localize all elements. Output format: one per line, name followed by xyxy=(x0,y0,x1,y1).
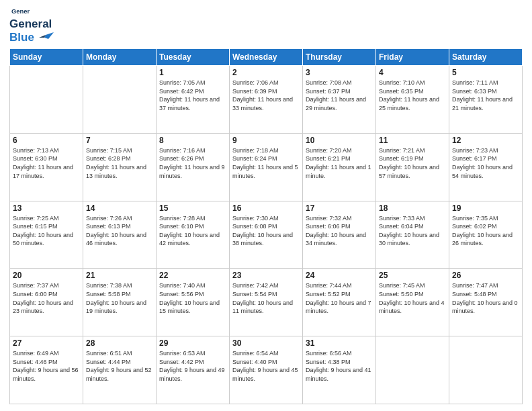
table-row: 26Sunrise: 7:47 AM Sunset: 5:48 PM Dayli… xyxy=(449,269,523,336)
calendar-week-row: 6Sunrise: 7:13 AM Sunset: 6:30 PM Daylig… xyxy=(10,133,523,201)
table-row: 28Sunrise: 6:51 AM Sunset: 4:44 PM Dayli… xyxy=(83,336,157,404)
day-info: Sunrise: 7:10 AM Sunset: 6:35 PM Dayligh… xyxy=(379,79,446,112)
table-row: 25Sunrise: 7:45 AM Sunset: 5:50 PM Dayli… xyxy=(376,269,449,336)
day-number: 12 xyxy=(452,136,519,145)
day-info: Sunrise: 7:38 AM Sunset: 5:58 PM Dayligh… xyxy=(86,281,153,315)
table-row: 13Sunrise: 7:25 AM Sunset: 6:15 PM Dayli… xyxy=(10,201,83,269)
day-number: 2 xyxy=(232,68,300,77)
table-row: 6Sunrise: 7:13 AM Sunset: 6:30 PM Daylig… xyxy=(10,133,83,201)
day-number: 7 xyxy=(86,136,153,145)
day-number: 14 xyxy=(86,203,153,213)
table-row: 4Sunrise: 7:10 AM Sunset: 6:35 PM Daylig… xyxy=(376,66,449,134)
day-info: Sunrise: 6:56 AM Sunset: 4:38 PM Dayligh… xyxy=(306,349,373,383)
day-number: 17 xyxy=(306,203,373,213)
col-friday: Friday xyxy=(376,49,449,66)
day-info: Sunrise: 7:40 AM Sunset: 5:56 PM Dayligh… xyxy=(159,281,226,315)
table-row: 8Sunrise: 7:16 AM Sunset: 6:26 PM Daylig… xyxy=(157,133,230,201)
table-row: 1Sunrise: 7:05 AM Sunset: 6:42 PM Daylig… xyxy=(157,66,230,134)
table-row: 15Sunrise: 7:28 AM Sunset: 6:10 PM Dayli… xyxy=(157,201,230,269)
svg-text:General: General xyxy=(11,7,30,15)
table-row: 21Sunrise: 7:38 AM Sunset: 5:58 PM Dayli… xyxy=(83,269,157,336)
day-number: 29 xyxy=(159,338,226,348)
day-info: Sunrise: 7:05 AM Sunset: 6:42 PM Dayligh… xyxy=(159,79,226,112)
logo-general: General xyxy=(9,17,52,30)
day-number: 10 xyxy=(306,136,373,145)
logo-blue: Blue xyxy=(9,31,34,44)
table-row: 24Sunrise: 7:44 AM Sunset: 5:52 PM Dayli… xyxy=(303,269,376,336)
day-info: Sunrise: 7:33 AM Sunset: 6:04 PM Dayligh… xyxy=(379,214,446,248)
day-number: 30 xyxy=(232,338,300,348)
calendar-table: Sunday Monday Tuesday Wednesday Thursday… xyxy=(9,48,523,404)
calendar-week-row: 20Sunrise: 7:37 AM Sunset: 6:00 PM Dayli… xyxy=(10,269,523,336)
day-number: 15 xyxy=(159,203,226,213)
calendar-week-row: 27Sunrise: 6:49 AM Sunset: 4:46 PM Dayli… xyxy=(10,336,523,404)
day-info: Sunrise: 7:16 AM Sunset: 6:26 PM Dayligh… xyxy=(159,146,226,180)
day-number: 26 xyxy=(452,271,519,280)
day-info: Sunrise: 6:51 AM Sunset: 4:44 PM Dayligh… xyxy=(86,349,153,383)
calendar-week-row: 1Sunrise: 7:05 AM Sunset: 6:42 PM Daylig… xyxy=(10,66,523,134)
day-number: 31 xyxy=(306,338,373,348)
day-info: Sunrise: 7:47 AM Sunset: 5:48 PM Dayligh… xyxy=(452,281,519,315)
day-number: 4 xyxy=(379,68,446,77)
day-info: Sunrise: 7:37 AM Sunset: 6:00 PM Dayligh… xyxy=(13,281,80,315)
table-row xyxy=(449,336,523,404)
day-number: 20 xyxy=(13,271,80,280)
day-number: 16 xyxy=(232,203,300,213)
day-number: 27 xyxy=(13,338,80,348)
day-number: 13 xyxy=(13,203,80,213)
day-info: Sunrise: 7:20 AM Sunset: 6:21 PM Dayligh… xyxy=(306,146,373,180)
day-info: Sunrise: 7:11 AM Sunset: 6:33 PM Dayligh… xyxy=(452,79,519,112)
day-info: Sunrise: 7:42 AM Sunset: 5:54 PM Dayligh… xyxy=(232,281,300,315)
table-row: 7Sunrise: 7:15 AM Sunset: 6:28 PM Daylig… xyxy=(83,133,157,201)
col-sunday: Sunday xyxy=(10,49,83,66)
table-row: 5Sunrise: 7:11 AM Sunset: 6:33 PM Daylig… xyxy=(449,66,523,134)
day-info: Sunrise: 7:08 AM Sunset: 6:37 PM Dayligh… xyxy=(306,79,373,112)
day-number: 28 xyxy=(86,338,153,348)
day-info: Sunrise: 7:23 AM Sunset: 6:17 PM Dayligh… xyxy=(452,146,519,180)
day-info: Sunrise: 7:13 AM Sunset: 6:30 PM Dayligh… xyxy=(13,146,80,180)
svg-marker-1 xyxy=(44,32,54,39)
day-info: Sunrise: 7:15 AM Sunset: 6:28 PM Dayligh… xyxy=(86,146,153,180)
table-row xyxy=(83,66,157,134)
day-number: 6 xyxy=(13,136,80,145)
day-info: Sunrise: 6:49 AM Sunset: 4:46 PM Dayligh… xyxy=(13,349,80,383)
day-info: Sunrise: 6:53 AM Sunset: 4:42 PM Dayligh… xyxy=(159,349,226,383)
col-monday: Monday xyxy=(83,49,157,66)
day-number: 22 xyxy=(159,271,226,280)
table-row: 22Sunrise: 7:40 AM Sunset: 5:56 PM Dayli… xyxy=(157,269,230,336)
day-info: Sunrise: 7:06 AM Sunset: 6:39 PM Dayligh… xyxy=(232,79,300,112)
day-info: Sunrise: 7:21 AM Sunset: 6:19 PM Dayligh… xyxy=(379,146,446,180)
day-info: Sunrise: 7:18 AM Sunset: 6:24 PM Dayligh… xyxy=(232,146,300,180)
header: General General Blue xyxy=(9,7,523,44)
day-number: 24 xyxy=(306,271,373,280)
table-row: 12Sunrise: 7:23 AM Sunset: 6:17 PM Dayli… xyxy=(449,133,523,201)
table-row: 18Sunrise: 7:33 AM Sunset: 6:04 PM Dayli… xyxy=(376,201,449,269)
day-info: Sunrise: 6:54 AM Sunset: 4:40 PM Dayligh… xyxy=(232,349,300,383)
table-row: 9Sunrise: 7:18 AM Sunset: 6:24 PM Daylig… xyxy=(230,133,303,201)
day-info: Sunrise: 7:45 AM Sunset: 5:50 PM Dayligh… xyxy=(379,281,446,315)
table-row: 10Sunrise: 7:20 AM Sunset: 6:21 PM Dayli… xyxy=(303,133,376,201)
col-thursday: Thursday xyxy=(303,49,376,66)
day-number: 18 xyxy=(379,203,446,213)
col-saturday: Saturday xyxy=(449,49,523,66)
table-row: 17Sunrise: 7:32 AM Sunset: 6:06 PM Dayli… xyxy=(303,201,376,269)
table-row: 2Sunrise: 7:06 AM Sunset: 6:39 PM Daylig… xyxy=(230,66,303,134)
col-tuesday: Tuesday xyxy=(157,49,230,66)
day-number: 11 xyxy=(379,136,446,145)
table-row: 11Sunrise: 7:21 AM Sunset: 6:19 PM Dayli… xyxy=(376,133,449,201)
calendar-header-row: Sunday Monday Tuesday Wednesday Thursday… xyxy=(10,49,523,66)
day-info: Sunrise: 7:28 AM Sunset: 6:10 PM Dayligh… xyxy=(159,214,226,248)
day-number: 25 xyxy=(379,271,446,280)
table-row: 19Sunrise: 7:35 AM Sunset: 6:02 PM Dayli… xyxy=(449,201,523,269)
day-number: 19 xyxy=(452,203,519,213)
table-row: 27Sunrise: 6:49 AM Sunset: 4:46 PM Dayli… xyxy=(10,336,83,404)
day-number: 8 xyxy=(159,136,226,145)
logo: General General Blue xyxy=(9,7,54,44)
day-info: Sunrise: 7:25 AM Sunset: 6:15 PM Dayligh… xyxy=(13,214,80,248)
day-number: 23 xyxy=(232,271,300,280)
day-number: 9 xyxy=(232,136,300,145)
table-row: 14Sunrise: 7:26 AM Sunset: 6:13 PM Dayli… xyxy=(83,201,157,269)
logo-icon: General xyxy=(11,7,30,17)
table-row xyxy=(10,66,83,134)
table-row: 23Sunrise: 7:42 AM Sunset: 5:54 PM Dayli… xyxy=(230,269,303,336)
